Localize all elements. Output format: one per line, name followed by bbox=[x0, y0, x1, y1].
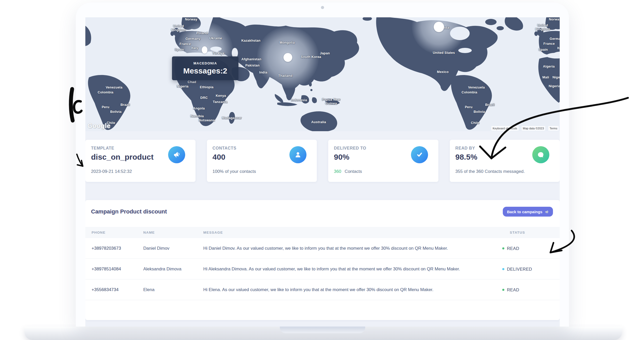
table-header-phone: PHONE bbox=[92, 227, 106, 238]
map-country-label: Brazil bbox=[485, 103, 495, 107]
stats-row: TEMPLATE disc_on_product 2023-09-21 14:5… bbox=[85, 140, 560, 182]
map-country-label: Ethiopia bbox=[200, 85, 214, 89]
chat-icon bbox=[536, 150, 545, 159]
stat-subtext: 100% of your contacts bbox=[213, 169, 256, 174]
map-country-label: Italy bbox=[191, 46, 198, 50]
terms-link[interactable]: Terms bbox=[548, 126, 559, 131]
user-icon bbox=[293, 150, 303, 159]
map-country-label: Afghanistan bbox=[241, 57, 261, 61]
table-row[interactable]: +38978203673 Daniel Dimov Hi Daniel Dimo… bbox=[85, 238, 560, 259]
status-dot bbox=[502, 247, 504, 249]
map-country-label: Kenya bbox=[216, 94, 226, 98]
cell-name: Daniel Dimov bbox=[143, 238, 169, 259]
map-country-label: Thailand bbox=[278, 74, 292, 78]
map-country-label: Norway bbox=[549, 18, 560, 21]
map-data-copyright: Map data ©2023 bbox=[522, 126, 545, 131]
table-header-status: STATUS bbox=[510, 227, 525, 238]
map-country-label: Japan bbox=[320, 51, 330, 55]
map-marker-asia[interactable] bbox=[283, 53, 292, 62]
map-country-label: Indonesia bbox=[291, 98, 307, 102]
map-country-label: Chile bbox=[471, 121, 480, 125]
map-country-label: Venezuela bbox=[106, 86, 123, 90]
map-country-label: Peru bbox=[465, 105, 473, 109]
map-country-label: Germany bbox=[550, 37, 560, 41]
map-country-label: Spain bbox=[175, 48, 184, 52]
stat-subtext-part: 360 bbox=[334, 169, 341, 174]
map-attribution: Keyboard shortcuts Map data ©2023 Terms bbox=[491, 126, 559, 131]
cell-status: READ bbox=[502, 238, 519, 259]
map-country-label: Australia bbox=[311, 120, 326, 124]
map-country-label: Niger bbox=[552, 76, 560, 79]
map-country-label: France bbox=[543, 42, 555, 46]
map-country-label: Poland bbox=[196, 31, 208, 35]
map-country-label: Mali bbox=[542, 76, 549, 79]
keyboard-shortcuts-link[interactable]: Keyboard shortcuts bbox=[491, 126, 519, 131]
map-country-label: Papua New Guinea bbox=[321, 98, 341, 106]
stat-card: CONTACTS 400 100% of your contacts bbox=[207, 140, 317, 182]
stat-subtext-part: Contacts bbox=[345, 169, 362, 174]
map-marker-macedonia[interactable] bbox=[202, 46, 207, 54]
stat-card: DELIVERED TO 90% 360Contacts bbox=[328, 140, 438, 182]
map-country-label: Chad bbox=[188, 80, 196, 84]
megaphone-icon bbox=[172, 150, 181, 159]
map-country-label: Nigeria bbox=[177, 85, 188, 88]
stat-subtext: 355 of the 360 Contacts messaged. bbox=[455, 169, 525, 174]
cell-name: Aleksandra Dimova bbox=[143, 259, 181, 279]
tooltip-messages: Messages:2 bbox=[183, 66, 227, 75]
map-country-label: Tanzania bbox=[213, 100, 227, 104]
map-country-label: United States bbox=[433, 51, 455, 55]
back-to-campaigns-button[interactable]: Back to campaings bbox=[503, 207, 553, 217]
map-marker-canada[interactable] bbox=[434, 22, 444, 32]
status-dot bbox=[502, 268, 504, 270]
map-country-label: Brazil bbox=[121, 103, 130, 107]
map-country-label: Madagascar bbox=[222, 116, 242, 120]
cell-name: Elena bbox=[143, 279, 154, 300]
tooltip-country: MACEDONIA bbox=[193, 61, 217, 65]
table-row[interactable]: +3556834734 Elena Hi Elena. As our value… bbox=[85, 279, 560, 300]
cell-status: READ bbox=[502, 279, 519, 300]
stat-card: TEMPLATE disc_on_product 2023-09-21 14:5… bbox=[85, 140, 196, 182]
map-country-label: Mexico bbox=[437, 70, 448, 74]
map-country-label: Türkiye bbox=[212, 51, 224, 55]
cell-message: Hi Elena. As our valued customer, we lik… bbox=[203, 279, 433, 300]
stat-icon-badge bbox=[532, 146, 549, 163]
map-country-label: Algeria bbox=[543, 65, 555, 69]
megaphone-icon bbox=[544, 210, 549, 214]
cell-phone: +38978203673 bbox=[92, 238, 121, 259]
map-country-label: Colombia bbox=[98, 91, 114, 94]
back-to-campaigns-label: Back to campaings bbox=[507, 210, 542, 214]
status-label: READ bbox=[507, 287, 519, 292]
map-country-label: Bolivia bbox=[110, 110, 122, 114]
stat-card: READ BY 98.5% 355 of the 360 Contacts me… bbox=[450, 140, 560, 182]
table-header-name: NAME bbox=[143, 227, 155, 238]
stat-subtext-part: 100% of your contacts bbox=[213, 169, 256, 174]
table-header-row: PHONE NAME MESSAGE STATUS bbox=[85, 227, 560, 238]
google-logo: Google bbox=[87, 122, 110, 130]
status-label: DELIVERED bbox=[507, 267, 532, 272]
status-label: READ bbox=[507, 246, 519, 251]
dashboard-screen: NorwayUnited KingdomPolandGermanyUkraine… bbox=[85, 17, 560, 327]
map-country-label: DRC bbox=[200, 96, 208, 100]
campaign-panel-header: Campaign Product discount Back to campai… bbox=[91, 205, 553, 219]
map-country-label: Spain bbox=[538, 48, 548, 52]
map-country-label: Germany bbox=[185, 37, 200, 41]
table-header-message: MESSAGE bbox=[203, 227, 223, 238]
laptop-camera-dot bbox=[321, 6, 324, 9]
map-country-label: France bbox=[179, 42, 191, 46]
campaign-panel: Campaign Product discount Back to campai… bbox=[85, 200, 560, 320]
table-row[interactable]: +38978514084 Aleksandra Dimova Hi Aleksa… bbox=[85, 259, 560, 279]
map-country-label: Ukraine bbox=[209, 36, 222, 40]
stat-icon-badge bbox=[168, 146, 185, 163]
stat-subtext: 360Contacts bbox=[334, 169, 362, 174]
cell-phone: +3556834734 bbox=[92, 279, 118, 300]
map-country-label: United Kingdom bbox=[170, 24, 187, 32]
world-map[interactable]: NorwayUnited KingdomPolandGermanyUkraine… bbox=[85, 17, 560, 131]
map-country-label: Angola bbox=[193, 107, 205, 110]
map-country-label: Namibia bbox=[190, 114, 204, 118]
laptop-notch bbox=[280, 327, 365, 333]
cell-status: DELIVERED bbox=[502, 259, 532, 279]
map-country-label: Mongolia bbox=[280, 41, 295, 45]
page: NorwayUnited KingdomPolandGermanyUkraine… bbox=[0, 0, 644, 340]
map-country-label: Botswana bbox=[198, 119, 215, 122]
map-country-label: Bolivia bbox=[474, 110, 485, 114]
